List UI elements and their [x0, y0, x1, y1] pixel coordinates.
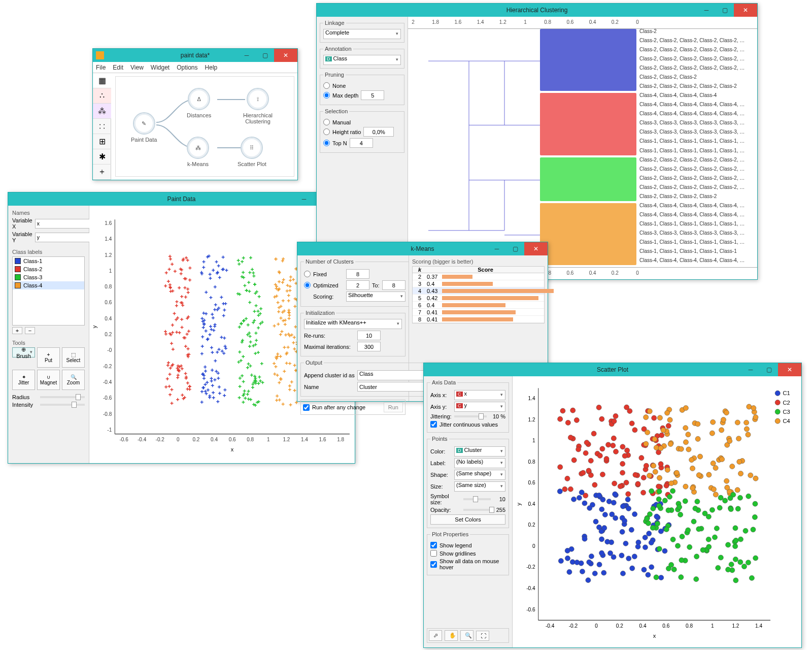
- opt-to-input[interactable]: [382, 280, 405, 290]
- append-select[interactable]: Class: [357, 370, 431, 380]
- menu-edit[interactable]: Edit: [113, 64, 123, 71]
- score-row[interactable]: 4 0.43: [413, 287, 544, 295]
- class-row[interactable]: Class-4: [13, 281, 84, 289]
- color-select[interactable]: D Cluster: [454, 446, 505, 457]
- minimize-button[interactable]: ─: [295, 192, 313, 206]
- svg-text:1.4: 1.4: [105, 236, 112, 242]
- shape-select[interactable]: (Same shape): [454, 470, 505, 480]
- maximize-button[interactable]: ▢: [506, 242, 524, 255]
- topn-input[interactable]: [350, 138, 373, 148]
- label-select[interactable]: (No labels): [454, 458, 505, 468]
- remove-class-button[interactable]: −: [25, 327, 35, 334]
- menu-options[interactable]: Options: [177, 64, 197, 71]
- menu-view[interactable]: View: [130, 64, 144, 71]
- titlebar[interactable]: k-Means ─ ▢ ✕: [297, 242, 548, 255]
- hr-input[interactable]: [363, 127, 394, 137]
- axisx-select[interactable]: C x: [454, 390, 505, 400]
- score-row[interactable]: 6 0.4: [413, 302, 544, 309]
- titlebar[interactable]: Paint Data ─ ▢ ✕: [8, 192, 355, 206]
- titlebar[interactable]: Hierarchical Clustering ─ ▢ ✕: [317, 4, 757, 17]
- symsize-slider[interactable]: [463, 498, 491, 500]
- setcolors-button[interactable]: Set Colors: [430, 514, 505, 525]
- size-select[interactable]: (Same size): [454, 481, 505, 492]
- intensity-slider[interactable]: [40, 404, 85, 406]
- maximize-button[interactable]: ▢: [256, 49, 274, 62]
- jitterchk[interactable]: [430, 421, 437, 428]
- svg-point-846: [570, 408, 576, 413]
- tool-brush[interactable]: ⊕Brush: [12, 347, 35, 358]
- sel-hr-radio[interactable]: [323, 128, 330, 135]
- annotation-select[interactable]: D Class: [323, 55, 401, 65]
- showgrid-check[interactable]: [430, 550, 437, 557]
- minimize-button[interactable]: ─: [741, 363, 760, 376]
- close-button[interactable]: ✕: [778, 363, 801, 376]
- close-button[interactable]: ✕: [734, 4, 757, 17]
- score-row[interactable]: 5 0.42: [413, 295, 544, 302]
- close-button[interactable]: ✕: [524, 242, 548, 255]
- showhover-check[interactable]: [430, 561, 437, 568]
- tool-jitter[interactable]: ✦Jitter: [12, 370, 35, 390]
- showlegend-check[interactable]: [430, 542, 437, 548]
- dendrogram[interactable]: 21.81.61.41.210.80.60.40.20 Class-2Class…: [408, 17, 757, 279]
- score-row[interactable]: 2 0.37: [413, 273, 544, 280]
- add-class-button[interactable]: +: [12, 327, 22, 334]
- pruning-maxdepth-radio[interactable]: [323, 92, 330, 99]
- tool-magnet[interactable]: ∪Magnet: [37, 370, 60, 390]
- scoring-select[interactable]: Silhouette: [346, 291, 405, 302]
- maxiter-input[interactable]: [357, 342, 381, 351]
- scatter-window[interactable]: Scatter Plot ─ ▢ ✕ Axis Data Axis x:C x …: [423, 363, 802, 648]
- score-row[interactable]: 7 0.41: [413, 309, 544, 316]
- svg-point-1036: [619, 553, 624, 558]
- opacity-slider[interactable]: [463, 509, 491, 511]
- tool-select[interactable]: ⬚Select: [62, 347, 85, 368]
- maximize-button[interactable]: ▢: [760, 363, 778, 376]
- pan-tool[interactable]: ✋: [445, 630, 458, 641]
- widget-palette[interactable]: ▦ ∴ ⁂ ⸬ ⊞ ✱ ＋: [93, 73, 111, 180]
- node-kmeans[interactable]: ⁂ k-Means: [187, 137, 209, 167]
- pruning-none-radio[interactable]: [323, 82, 330, 89]
- scatter-plot[interactable]: -0.4-0.200.20.40.60.811.21.4-0.6-0.4-0.2…: [513, 376, 801, 647]
- run-check[interactable]: [303, 404, 310, 411]
- tool-zoom[interactable]: 🔍Zoom: [62, 370, 85, 390]
- node-hc[interactable]: ⟟ Hierarchical Clustering: [238, 88, 278, 124]
- menu-widget[interactable]: Widget: [151, 64, 170, 71]
- class-row[interactable]: Class-2: [13, 265, 84, 273]
- node-paintdata[interactable]: ✎ Paint Data: [131, 112, 157, 143]
- pointer-tool[interactable]: ⬀: [429, 630, 442, 641]
- jitter-slider[interactable]: [454, 415, 487, 417]
- workflow-window[interactable]: paint data* ─ ▢ ✕ File Edit View Widget …: [92, 48, 298, 180]
- class-row[interactable]: Class-1: [13, 257, 84, 265]
- sel-manual-radio[interactable]: [323, 119, 330, 125]
- reruns-input[interactable]: [357, 331, 381, 340]
- fixed-radio[interactable]: [304, 271, 311, 277]
- canvas[interactable]: ✎ Paint Data Δ Distances ⟟ Hierarchical …: [115, 76, 294, 177]
- minimize-button[interactable]: ─: [697, 4, 716, 17]
- linkage-select[interactable]: Complete: [323, 29, 401, 39]
- maximize-button[interactable]: ▢: [716, 4, 734, 17]
- node-scatter[interactable]: ⠿ Scatter Plot: [238, 137, 266, 167]
- minimize-button[interactable]: ─: [488, 242, 506, 255]
- score-row[interactable]: 3 0.4: [413, 280, 544, 287]
- tool-put[interactable]: +Put: [37, 347, 60, 368]
- menu-file[interactable]: File: [96, 64, 106, 71]
- axisy-select[interactable]: C y: [454, 402, 505, 412]
- opt-from-input[interactable]: [346, 280, 369, 290]
- optimized-radio[interactable]: [304, 282, 311, 288]
- minimize-button[interactable]: ─: [238, 49, 256, 62]
- sel-topn-radio[interactable]: [323, 140, 330, 146]
- menu-help[interactable]: Help: [205, 64, 218, 71]
- close-button[interactable]: ✕: [274, 49, 297, 62]
- titlebar[interactable]: Scatter Plot ─ ▢ ✕: [424, 363, 801, 376]
- zoom-tool[interactable]: 🔍: [460, 630, 473, 641]
- fixed-input[interactable]: [346, 269, 369, 279]
- reset-tool[interactable]: ⛶: [476, 631, 489, 641]
- radius-slider[interactable]: [40, 396, 85, 398]
- class-row[interactable]: Class-3: [13, 273, 84, 281]
- maxdepth-input[interactable]: [361, 90, 384, 100]
- node-distances[interactable]: Δ Distances: [187, 88, 211, 118]
- score-row[interactable]: 8 0.41: [413, 316, 544, 323]
- run-button[interactable]: Run: [384, 402, 403, 412]
- hier-window[interactable]: Hierarchical Clustering ─ ▢ ✕ Linkage Co…: [316, 3, 758, 280]
- init-select[interactable]: Initialize with KMeans++: [304, 319, 402, 329]
- titlebar[interactable]: paint data* ─ ▢ ✕: [93, 49, 297, 62]
